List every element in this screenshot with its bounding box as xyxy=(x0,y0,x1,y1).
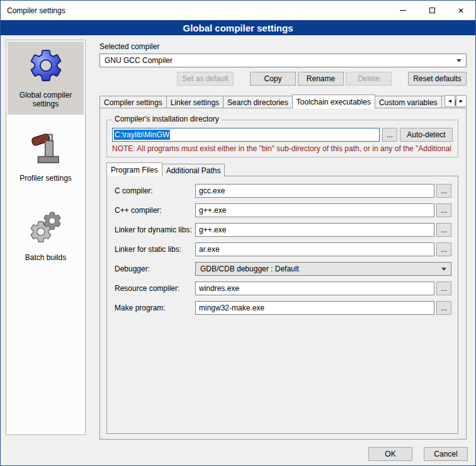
field-label: C++ compiler: xyxy=(115,206,195,215)
chevron-down-icon xyxy=(441,268,446,271)
tab-search-directories[interactable]: Search directories xyxy=(223,96,293,108)
program-files-panel: C compiler: ... C++ compiler: ... Linker… xyxy=(106,176,458,434)
install-dir-selected-text: C:\raylib\MinGW xyxy=(114,130,170,140)
profiler-tool-icon xyxy=(27,130,65,168)
resource-compiler-browse-button[interactable]: ... xyxy=(436,281,451,295)
field-row-resource-compiler: Resource compiler: ... xyxy=(115,281,451,295)
install-dir-browse-button[interactable]: ... xyxy=(382,128,397,142)
delete-button[interactable]: Delete xyxy=(346,72,392,86)
main-panel: Selected compiler GNU GCC Compiler Set a… xyxy=(92,35,472,441)
field-label: Linker for static libs: xyxy=(115,245,195,254)
program-files-subtab-strip: Program Files Additional Paths xyxy=(106,162,225,176)
field-row-debugger: Debugger: GDB/CDB debugger : Default xyxy=(115,262,451,276)
field-label: Resource compiler: xyxy=(115,284,195,293)
linker-dynamic-input[interactable] xyxy=(195,223,434,237)
copy-button[interactable]: Copy xyxy=(250,72,296,86)
close-icon: ✕ xyxy=(458,6,464,15)
sidebar-item-global-compiler-settings[interactable]: Global compiler settings xyxy=(8,42,84,115)
tab-toolchain-executables[interactable]: Toolchain executables xyxy=(292,94,375,108)
window-title: Compiler settings xyxy=(1,6,65,15)
field-row-cpp-compiler: C++ compiler: ... xyxy=(115,203,451,217)
sidebar-item-batch-builds[interactable]: Batch builds xyxy=(8,204,84,268)
subtab-additional-paths[interactable]: Additional Paths xyxy=(162,164,225,176)
field-row-linker-static: Linker for static libs: ... xyxy=(115,242,451,256)
settings-tab-strip: Compiler settings Linker settings Search… xyxy=(99,94,467,108)
cpp-compiler-input[interactable] xyxy=(195,203,434,217)
debugger-combobox[interactable]: GDB/CDB debugger : Default xyxy=(195,262,451,276)
autodetect-button[interactable]: Auto-detect xyxy=(400,128,453,142)
tab-scroll-right-button[interactable]: ► xyxy=(456,95,467,107)
tab-scroll-buttons: ◄ ► xyxy=(444,95,467,107)
window-controls: ✕ xyxy=(388,1,475,20)
field-label: Debugger: xyxy=(115,264,195,273)
set-as-default-button[interactable]: Set as default xyxy=(177,72,234,86)
chevron-down-icon xyxy=(456,59,462,62)
sidebar-item-label: Batch builds xyxy=(25,253,66,262)
maximize-button[interactable] xyxy=(417,1,446,20)
linker-static-input[interactable] xyxy=(195,242,434,256)
close-button[interactable]: ✕ xyxy=(446,1,475,20)
cancel-button[interactable]: Cancel xyxy=(424,447,468,461)
compiler-settings-window: Compiler settings ✕ Global compiler sett… xyxy=(0,0,476,466)
field-row-c-compiler: C compiler: ... xyxy=(115,184,451,198)
maximize-icon xyxy=(429,8,435,13)
sidebar-item-label: Profiler settings xyxy=(20,174,72,183)
linker-static-browse-button[interactable]: ... xyxy=(436,242,451,256)
resource-compiler-input[interactable] xyxy=(195,281,434,295)
field-row-linker-dynamic: Linker for dynamic libs: ... xyxy=(115,223,451,237)
install-dir-row: C:\raylib\MinGW ... Auto-detect xyxy=(112,128,453,142)
field-label: C compiler: xyxy=(115,186,195,195)
c-compiler-browse-button[interactable]: ... xyxy=(436,184,451,198)
minimize-icon xyxy=(400,10,406,11)
reset-defaults-button[interactable]: Reset defaults xyxy=(408,72,467,86)
subtab-program-files[interactable]: Program Files xyxy=(106,162,162,176)
install-dir-input[interactable]: C:\raylib\MinGW xyxy=(112,128,380,142)
install-dir-note: NOTE: All programs must exist either in … xyxy=(112,144,458,153)
rename-button[interactable]: Rename xyxy=(298,72,344,86)
make-program-browse-button[interactable]: ... xyxy=(436,301,451,315)
c-compiler-input[interactable] xyxy=(195,184,434,198)
selected-compiler-label: Selected compiler xyxy=(99,42,159,51)
sidebar-item-profiler-settings[interactable]: Profiler settings xyxy=(8,125,84,189)
field-label: Make program: xyxy=(115,304,195,312)
batch-builds-gears-icon xyxy=(27,209,65,247)
debugger-combobox-value: GDB/CDB debugger : Default xyxy=(200,264,438,273)
install-dir-groupbox: Compiler's installation directory C:\ray… xyxy=(106,120,458,157)
field-label: Linker for dynamic libs: xyxy=(115,225,195,234)
titlebar[interactable]: Compiler settings ✕ xyxy=(1,1,475,20)
compiler-combobox[interactable]: GNU GCC Compiler xyxy=(99,54,467,67)
compiler-buttons-row: Set as default Copy Rename Delete Reset … xyxy=(99,72,467,86)
minimize-button[interactable] xyxy=(388,1,417,20)
linker-dynamic-browse-button[interactable]: ... xyxy=(436,223,451,237)
gear-blue-icon xyxy=(27,47,65,84)
ok-button[interactable]: OK xyxy=(368,447,412,461)
cpp-compiler-browse-button[interactable]: ... xyxy=(436,203,451,217)
dialog-header-title: Global compiler settings xyxy=(183,23,293,33)
tab-compiler-settings[interactable]: Compiler settings xyxy=(99,96,167,108)
sidebar-item-label: Global compiler settings xyxy=(9,91,82,108)
dialog-header: Global compiler settings xyxy=(1,20,475,35)
make-program-input[interactable] xyxy=(195,301,434,315)
sidebar: Global compiler settings Profiler settin… xyxy=(6,40,86,435)
tab-scroll-left-button[interactable]: ◄ xyxy=(445,95,455,107)
install-dir-group-title: Compiler's installation directory xyxy=(112,115,222,123)
field-row-make-program: Make program: ... xyxy=(115,301,451,315)
tab-custom-variables[interactable]: Custom variables xyxy=(375,96,442,108)
compiler-combobox-value: GNU GCC Compiler xyxy=(105,56,453,65)
toolchain-tab-panel: Compiler's installation directory C:\ray… xyxy=(99,108,467,440)
tab-linker-settings[interactable]: Linker settings xyxy=(166,96,224,108)
